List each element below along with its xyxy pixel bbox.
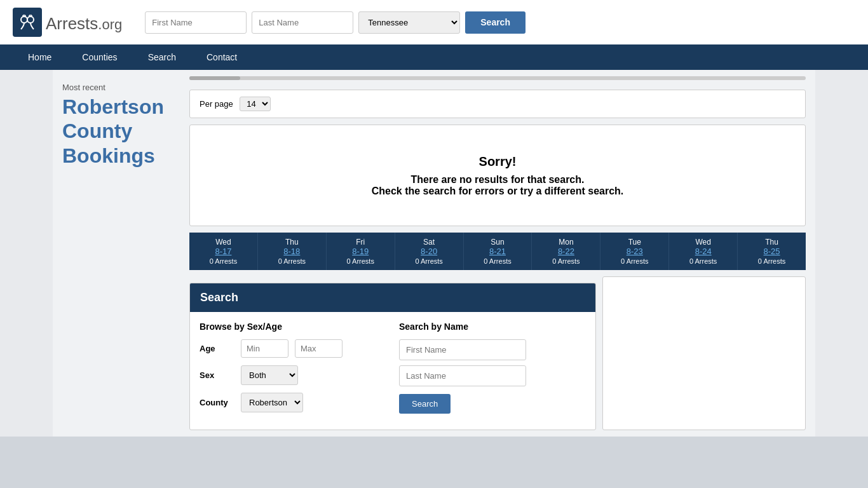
sorry-line1: There are no results for that search. [203,174,792,186]
county-select[interactable]: Robertson [241,393,303,412]
no-results-box: Sorry! There are no results for that sea… [189,125,806,226]
calendar-strip: Wed 8-17 0 Arrests Thu 8-18 0 Arrests Fr… [189,233,806,270]
header-search-form: Tennessee Alabama Georgia Kentucky Searc… [145,11,855,34]
sex-row: Sex Both Male Female [200,365,386,385]
svg-rect-0 [17,12,37,32]
name-search-title: Search by Name [399,322,586,332]
cal-day-4: Sun 8-21 0 Arrests [464,233,532,270]
nav-contact[interactable]: Contact [191,44,252,70]
left-sidebar: Most recent RobertsonCountyBookings [53,70,180,437]
search-body: Browse by Sex/Age Age Sex Both Male [190,312,595,430]
sorry-line2: Check the search for errors or try a dif… [203,186,792,197]
nav-home[interactable]: Home [13,44,67,70]
header-state-select[interactable]: Tennessee Alabama Georgia Kentucky [358,11,460,34]
browse-section: Browse by Sex/Age Age Sex Both Male [200,322,386,420]
county-row: County Robertson [200,393,386,412]
search-widget: Search Browse by Sex/Age Age Sex [189,283,596,430]
age-max-input[interactable] [295,339,342,358]
name-search-button[interactable]: Search [399,394,451,414]
sex-label: Sex [200,370,234,380]
cal-day-1: Thu 8-18 0 Arrests [258,233,327,270]
most-recent-label: Most recent [62,83,170,92]
scroll-bar[interactable] [189,76,806,80]
header-first-name-input[interactable] [145,11,247,34]
header-search-button[interactable]: Search [465,11,526,34]
search-widget-title: Search [190,283,595,312]
sorry-title: Sorry! [203,154,792,169]
county-title: RobertsonCountyBookings [62,95,170,168]
cal-day-8: Thu 8-25 0 Arrests [738,233,806,270]
browse-title: Browse by Sex/Age [200,322,386,332]
per-page-select[interactable]: 10 14 25 50 [240,97,271,111]
nav-search[interactable]: Search [133,44,191,70]
nav-counties[interactable]: Counties [67,44,132,70]
search-first-name-input[interactable] [399,339,526,360]
cal-day-6: Tue 8-23 0 Arrests [600,233,669,270]
ad-space [602,276,806,430]
logo-icon [13,8,42,37]
cal-day-7: Wed 8-24 0 Arrests [669,233,738,270]
age-label: Age [200,344,234,353]
header-last-name-input[interactable] [252,11,353,34]
cal-day-5: Mon 8-22 0 Arrests [532,233,600,270]
bottom-row: Search Browse by Sex/Age Age Sex [189,276,806,430]
name-section: Search by Name Search [399,322,586,420]
cal-day-0: Wed 8-17 0 Arrests [189,233,258,270]
logo-area: Arrests.org [13,8,122,37]
cal-day-2: Fri 8-19 0 Arrests [327,233,395,270]
main-content: Per page 10 14 25 50 Sorry! There are no… [180,70,815,437]
sex-select[interactable]: Both Male Female [241,365,298,385]
age-min-input[interactable] [241,339,288,358]
header: Arrests.org Tennessee Alabama Georgia Ke… [0,0,868,44]
cal-day-3: Sat 8-20 0 Arrests [395,233,464,270]
county-label: County [200,398,234,407]
age-row: Age [200,339,386,358]
navigation-bar: Home Counties Search Contact [0,44,868,70]
per-page-container: Per page 10 14 25 50 [189,90,806,118]
site-name: Arrests.org [46,11,122,34]
search-last-name-input[interactable] [399,365,526,386]
per-page-label: Per page [200,99,233,109]
